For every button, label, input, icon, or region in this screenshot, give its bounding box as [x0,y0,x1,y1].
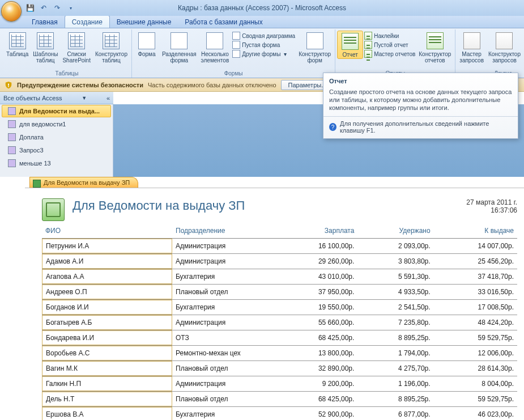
cell-pay[interactable]: 33 016,50р. [434,285,517,300]
cell-held[interactable]: 4 933,50р. [357,285,433,300]
cell-dept[interactable]: Администрация [172,376,274,392]
cell-pay[interactable]: 37 418,70р. [434,269,517,285]
cell-pay[interactable]: 14 007,00р. [434,239,517,254]
cell-salary[interactable]: 9 200,00р. [274,376,357,392]
save-icon[interactable]: 💾 [25,3,35,13]
table-row[interactable]: Ершова В.АБухгалтерия52 900,00р.6 877,00… [42,407,517,421]
cell-fio[interactable]: Богатырев А.Б [42,315,172,330]
cell-dept[interactable]: Плановый отдел [172,392,274,407]
cell-pay[interactable]: 17 008,50р. [434,300,517,315]
col-salary[interactable]: Зарплата [274,224,357,239]
cell-fio[interactable]: Богданов И.И [42,300,172,315]
qat-dropdown-icon[interactable]: ▾ [66,3,76,13]
cell-held[interactable]: 8 895,25р. [357,330,433,346]
cell-pay[interactable]: 25 456,20р. [434,254,517,269]
cell-held[interactable]: 6 877,00р. [357,407,433,421]
cell-salary[interactable]: 16 100,00р. [274,239,357,254]
report-tab[interactable]: Для Ведомости на выдачу ЗП [29,177,138,188]
table-row[interactable]: Галкин Н.ПАдминистрация9 200,00р.1 196,0… [42,376,517,392]
cell-held[interactable]: 8 895,25р. [357,392,433,407]
btn-report[interactable]: Отчет [337,31,363,59]
cell-held[interactable]: 7 235,80р. [357,315,433,330]
btn-table-templates[interactable]: Шаблоны таблиц [31,31,60,64]
cell-fio[interactable]: Ершова В.А [42,407,172,421]
cell-salary[interactable]: 68 425,00р. [274,392,357,407]
redo-icon[interactable]: ↷ [52,3,62,13]
btn-query-wizard[interactable]: Мастер запросов [457,31,486,64]
cell-pay[interactable]: 48 424,20р. [434,315,517,330]
cell-pay[interactable]: 8 004,00р. [434,376,517,392]
btn-split-form[interactable]: Разделенная форма [160,31,199,64]
cell-dept[interactable]: Бухгалтерия [172,300,274,315]
table-row[interactable]: Дель Н.ТПлановый отдел68 425,00р.8 895,2… [42,392,517,407]
nav-pane-header[interactable]: Все объекты Access▼ « [0,92,113,104]
btn-form[interactable]: Форма [134,31,160,58]
table-row[interactable]: Адамов А.ИАдминистрация29 260,00р.3 803,… [42,254,517,269]
btn-query-design[interactable]: Конструктор запросов [486,31,523,64]
btn-report-design[interactable]: Конструктор отчетов [416,31,453,64]
col-pay[interactable]: К выдаче [434,224,517,239]
cell-salary[interactable]: 55 660,00р. [274,315,357,330]
cell-dept[interactable]: Плановый отдел [172,361,274,376]
btn-report-wizard[interactable]: Мастер отчетов [364,50,415,58]
cell-dept[interactable]: Администрация [172,254,274,269]
nav-item[interactable]: Для Ведомости на выда... [2,105,111,117]
table-row[interactable]: Богданов И.ИБухгалтерия19 550,00р.2 541,… [42,300,517,315]
cell-pay[interactable]: 12 006,00р. [434,346,517,361]
cell-fio[interactable]: Бондарева И.И [42,330,172,346]
table-row[interactable]: Богатырев А.БАдминистрация55 660,00р.7 2… [42,315,517,330]
cell-held[interactable]: 2 093,00р. [357,239,433,254]
cell-dept[interactable]: Бухгалтерия [172,269,274,285]
cell-held[interactable]: 1 196,00р. [357,376,433,392]
cell-dept[interactable]: Бухгалтерия [172,407,274,421]
tab-dbtools[interactable]: Работа с базами данных [178,16,269,28]
table-row[interactable]: Петрунин И.ААдминистрация16 100,00р.2 09… [42,239,517,254]
nav-item[interactable]: меньше 13 [2,157,111,169]
tab-external[interactable]: Внешние данные [110,16,178,28]
col-held[interactable]: Удержано [357,224,433,239]
cell-held[interactable]: 3 803,80р. [357,254,433,269]
office-button[interactable] [1,1,22,22]
cell-salary[interactable]: 32 890,00р. [274,361,357,376]
table-row[interactable]: Вагин М.КПлановый отдел32 890,00р.4 275,… [42,361,517,376]
col-fio[interactable]: ФИО [42,224,172,239]
cell-pay[interactable]: 59 529,75р. [434,392,517,407]
cell-fio[interactable]: Дель Н.Т [42,392,172,407]
cell-salary[interactable]: 43 010,00р. [274,269,357,285]
cell-dept[interactable]: Плановый отдел [172,285,274,300]
cell-fio[interactable]: Андреев О.П [42,285,172,300]
cell-pay[interactable]: 59 529,75р. [434,330,517,346]
nav-item[interactable]: для ведомости1 [2,118,111,130]
cell-dept[interactable]: ОТЗ [172,330,274,346]
cell-dept[interactable]: Ремонтно-механ цех [172,346,274,361]
btn-sharepoint-lists[interactable]: Списки SharePoint [60,31,92,64]
btn-form-design[interactable]: Конструктор форм [296,31,333,64]
cell-fio[interactable]: Петрунин И.А [42,239,172,254]
cell-dept[interactable]: Администрация [172,239,274,254]
table-row[interactable]: Агапова А.АБухгалтерия43 010,00р.5 591,3… [42,269,517,285]
nav-item[interactable]: Запрос3 [2,144,111,156]
undo-icon[interactable]: ↶ [39,3,49,13]
cell-held[interactable]: 4 275,70р. [357,361,433,376]
cell-fio[interactable]: Агапова А.А [42,269,172,285]
cell-held[interactable]: 5 591,30р. [357,269,433,285]
btn-pivot-chart[interactable]: Сводная диаграмма [232,32,295,40]
btn-more-forms[interactable]: Другие формы ▾ [232,50,295,58]
cell-held[interactable]: 2 541,50р. [357,300,433,315]
cell-held[interactable]: 1 794,00р. [357,346,433,361]
btn-multi-items[interactable]: Несколько элементов [199,31,232,64]
table-row[interactable]: Андреев О.ППлановый отдел37 950,00р.4 93… [42,285,517,300]
collapse-icon[interactable]: « [106,95,110,101]
cell-salary[interactable]: 37 950,00р. [274,285,357,300]
cell-fio[interactable]: Вагин М.К [42,361,172,376]
btn-table-design[interactable]: Конструктор таблиц [93,31,130,64]
cell-salary[interactable]: 19 550,00р. [274,300,357,315]
btn-table[interactable]: Таблица [4,31,31,58]
cell-fio[interactable]: Адамов А.И [42,254,172,269]
cell-fio[interactable]: Галкин Н.П [42,376,172,392]
nav-item[interactable]: Доплата [2,131,111,143]
cell-salary[interactable]: 68 425,00р. [274,330,357,346]
table-row[interactable]: Бондарева И.ИОТЗ68 425,00р.8 895,25р.59 … [42,330,517,346]
cell-pay[interactable]: 28 614,30р. [434,361,517,376]
btn-blank-form[interactable]: Пустая форма [232,41,295,49]
